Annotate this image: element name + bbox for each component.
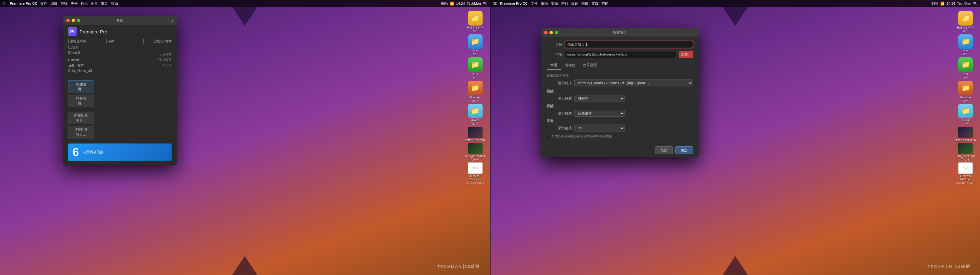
desktop-icon-phot[interactable]: 📁 PHOT37个 [464,104,487,126]
triangle-bottom-decoration-s2 [722,256,748,275]
menu-sequence[interactable]: 序列 [71,1,78,6]
recent-untitled[interactable]: Untitled [68,58,106,62]
dialog-titlebar: 开始 ℹ [63,16,177,25]
triangle-top-decoration [232,7,258,26]
np-browse-button[interactable]: 浏览... [679,51,693,58]
menu-help-s2[interactable]: 帮助 [601,1,608,6]
desktop-icon-folder-yellow-s2[interactable]: 📁 橡皮泥文件夹8个 [954,11,977,33]
folder-blue-label: 文件8个 [473,49,478,56]
np-checkbox[interactable] [547,135,550,138]
np-renderer-section-title: 视频渲染和回放 [547,73,693,78]
search-icon[interactable]: 🔍 [483,2,487,6]
np-ok-button[interactable]: 确定 [675,146,693,154]
np-capture-format-row: 采集格式 DV [547,125,693,132]
search-icon-s2[interactable]: 🔍 [973,2,977,6]
menu-clip[interactable]: 剪辑 [60,1,67,6]
dialog-title: 开始 [116,18,123,23]
desktop-icon-footage[interactable]: 📁 Footage34个 [464,81,487,103]
app-name-label[interactable]: Premiere Pro CC [10,2,37,5]
np-tab-ingest[interactable]: 收录设置 [579,61,601,70]
desktop-icon-png[interactable]: PNG 直播小灯2017.png1,023 × 1,000 [464,162,487,184]
menu-help[interactable]: 帮助 [111,1,118,6]
np-maximize-button[interactable] [555,31,558,34]
open-project-button[interactable]: 打开项目... [68,95,94,107]
png-preview-s2: PNG [958,162,973,174]
wifi-icon-s2: 📶 [940,2,945,6]
new-team-project-button[interactable]: 新建团队项目... [68,112,94,124]
np-audio-display-select[interactable]: 音频采样 [574,110,625,117]
triangle-top-decoration-s2 [722,7,748,26]
menu-edit[interactable]: 编辑 [51,1,57,6]
np-tab-scratch[interactable]: 暂存盘 [561,61,579,70]
desktop-icon-video2[interactable]: IMG_6689.mp400:34 [464,143,487,162]
desktop-icon-png-s2[interactable]: PNG 直播小灯2017.png1,023 × 1,000 [954,162,977,184]
menu-mark-s2[interactable]: 标记 [571,1,578,6]
np-location-input[interactable] [565,51,676,58]
desktop-icon-phot-s2[interactable]: 📁 PHOT37个 [954,104,977,126]
desktop-icon-video1-s2[interactable]: 折叠小夜灯.mp4 [954,127,977,142]
watermark-divider [463,264,464,269]
apple-menu-icon[interactable]: ⌘ [3,1,6,6]
np-cancel-button[interactable]: 取消 [655,146,673,154]
desktop-icon-folder-blue[interactable]: 📁 文件8个 [464,34,487,56]
recent-cc-files: CC文件 [68,45,106,50]
recent-going-home[interactable]: Going Home_vlt1 [68,69,106,73]
np-video-format-row: 显示格式 时间码 [547,95,693,102]
desktop-icon-folder-green-s2[interactable]: 📁 图片8个 [954,57,977,79]
menu-file-s2[interactable]: 文件 [531,1,538,6]
np-name-input[interactable] [565,41,693,48]
info-icon[interactable]: ℹ [172,18,173,23]
menu-window-s2[interactable]: 窗口 [592,1,598,6]
desktop-icon-video1[interactable]: 折叠小夜灯.mp4 [464,127,487,142]
menu-file[interactable]: 文件 [40,1,47,6]
minimize-button[interactable] [72,19,75,22]
menu-graphic[interactable]: 图形 [91,1,98,6]
np-close-button[interactable] [544,31,547,34]
menu-window[interactable]: 窗口 [101,1,108,6]
np-tab-general[interactable]: 常规 [547,61,561,70]
watermark-text2: 52破解 [465,264,480,269]
menu-bar-screen2: ⌘ Premiere Pro CC 文件 编辑 剪辑 序列 标记 图形 窗口 帮… [490,0,980,7]
close-button[interactable] [66,19,70,22]
np-video-display-select[interactable]: 时间码 [574,95,625,102]
battery-level-s2: 88% [931,2,939,5]
np-audio-group-title: 音频 [547,104,693,108]
np-minimize-button[interactable] [549,31,553,34]
folder-green-icon-s2: 📁 [958,57,973,72]
footage-label-s2: Footage34个 [960,96,970,103]
np-footer: 取消 确定 [541,143,698,157]
recent-lamp[interactable]: 折叠小夜灯 [68,64,106,68]
png-preview: PNG [468,162,483,174]
app-name-label-s2[interactable]: Premiere Pro CC [500,2,528,5]
open-team-project-button[interactable]: 打开团队项目... [68,126,94,138]
desktop-icon-video2-s2[interactable]: IMG_6689.mp400:34 [954,143,977,162]
dialog-content: 最近使用项 CC文件 同步设置 Untitled 折叠小夜灯 Going Hom… [63,37,177,79]
trial-badge[interactable]: 6 试用剩余天数 [68,143,172,161]
menu-mark[interactable]: 标记 [81,1,88,6]
folder-green-icon: 📁 [468,57,483,72]
video1-thumbnail-s2 [958,127,973,138]
np-capture-format-select[interactable]: DV [574,125,625,132]
menu-edit-s2[interactable]: 编辑 [541,1,548,6]
menu-sequence-s2[interactable]: 序列 [561,1,568,6]
menu-graphic-s2[interactable]: 图形 [581,1,588,6]
desktop-icon-folder-yellow[interactable]: 📁 橡皮泥文件夹8个 [464,11,487,33]
watermark-screen2: TECHMAN 52破解 [928,264,970,269]
np-renderer-select[interactable]: Mercury Playback Engine GPU 加速 (OpenCL) [574,79,693,86]
time-col-label: 上次打开时间 [143,39,172,43]
watermark-divider-s2 [954,264,954,269]
desktop-icon-folder-green[interactable]: 📁 图片8个 [464,57,487,79]
menu-clip-s2[interactable]: 剪辑 [551,1,558,6]
desktop-icon-footage-s2[interactable]: 📁 Footage34个 [954,81,977,103]
watermark-text: TECHMAN [437,264,462,269]
maximize-button[interactable] [77,19,80,22]
folder-blue-icon: 📁 [468,34,483,49]
desktop-icon-folder-blue-s2[interactable]: 📁 文件8个 [954,34,977,56]
desktop-icons-screen1: 📁 橡皮泥文件夹8个 📁 文件8个 📁 图片8个 📁 Footage34个 📁 … [464,11,487,185]
video2-thumbnail [468,143,483,154]
time-lamp: 21 小时前 [143,58,172,62]
folder-green-label-s2: 图片8个 [963,73,968,79]
apple-menu-icon-s2[interactable]: ⌘ [493,1,497,6]
watermark-text-s2: TECHMAN [928,264,953,269]
new-project-button[interactable]: 新建项目... [68,80,94,93]
